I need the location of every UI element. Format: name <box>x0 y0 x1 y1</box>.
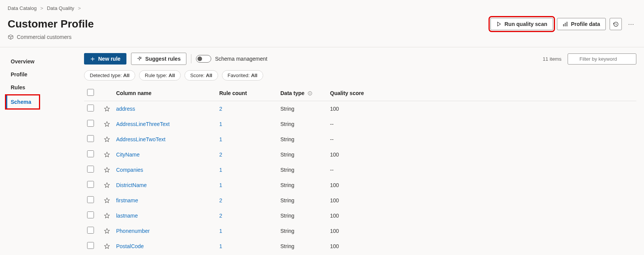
favorite-star-icon[interactable] <box>104 121 110 127</box>
row-checkbox[interactable] <box>87 227 94 234</box>
rule-count-link[interactable]: 2 <box>219 152 222 158</box>
suggest-rules-button[interactable]: Suggest rules <box>131 53 186 65</box>
data-type-cell: String <box>277 101 327 116</box>
rule-count-link[interactable]: 1 <box>219 136 222 142</box>
row-checkbox[interactable] <box>87 181 94 188</box>
column-name-link[interactable]: AddressLineTwoText <box>116 136 165 142</box>
favorite-star-icon[interactable] <box>104 182 110 188</box>
quality-score-cell: -- <box>327 162 636 178</box>
history-button[interactable] <box>610 18 622 30</box>
table-row: CityName2String100 <box>84 147 636 162</box>
sidebar-item-profile[interactable]: Profile <box>6 68 84 81</box>
column-name-link[interactable]: Phonenumber <box>116 228 150 234</box>
rule-count-link[interactable]: 1 <box>219 121 222 127</box>
new-rule-button[interactable]: New rule <box>84 53 126 65</box>
pill-score[interactable]: Score: All <box>184 70 218 81</box>
quality-score-cell: -- <box>327 116 636 132</box>
data-type-label: Data type <box>280 90 304 96</box>
pill-detected-type[interactable]: Detected type: All <box>84 70 135 81</box>
row-checkbox[interactable] <box>87 120 94 127</box>
table-row: AddressLineThreeText1String-- <box>84 116 636 132</box>
svg-rect-0 <box>563 24 564 26</box>
row-checkbox[interactable] <box>87 242 94 249</box>
row-checkbox[interactable] <box>87 150 94 157</box>
pill-favorited[interactable]: Favorited: All <box>222 70 263 81</box>
sidebar-item-rules[interactable]: Rules <box>6 81 84 94</box>
favorite-star-icon[interactable] <box>104 167 110 173</box>
rule-count-link[interactable]: 1 <box>219 228 222 234</box>
column-name-link[interactable]: CityName <box>116 152 139 158</box>
rule-count-link[interactable]: 1 <box>219 182 222 188</box>
schema-table: Column name Rule count Data type Quality… <box>84 85 636 254</box>
header-column-name[interactable]: Column name <box>113 85 216 101</box>
column-name-link[interactable]: Companies <box>116 167 143 173</box>
rule-count-link[interactable]: 2 <box>219 106 222 112</box>
sidebar-item-overview[interactable]: Overview <box>6 55 84 68</box>
favorite-star-icon[interactable] <box>104 243 110 249</box>
favorite-star-icon[interactable] <box>104 152 110 158</box>
pill-label: Detected type: <box>90 73 122 78</box>
column-name-link[interactable]: address <box>116 106 135 112</box>
rule-count-link[interactable]: 1 <box>219 243 222 249</box>
quality-score-cell: 100 <box>327 239 636 254</box>
table-row: address2String100 <box>84 101 636 116</box>
column-name-link[interactable]: PostalCode <box>116 243 144 249</box>
sidebar-item-schema[interactable]: Schema <box>6 95 36 108</box>
table-row: Companies1String-- <box>84 162 636 178</box>
row-checkbox[interactable] <box>87 135 94 142</box>
rule-count-link[interactable]: 2 <box>219 197 222 203</box>
page-title: Customer Profile <box>8 18 94 30</box>
page-subtitle: Commercial customers <box>0 30 644 47</box>
header-star-cell <box>101 85 113 101</box>
favorite-star-icon[interactable] <box>104 106 110 112</box>
breadcrumb-link-1[interactable]: Data Quality <box>47 5 74 11</box>
profile-data-label: Profile data <box>571 21 600 27</box>
row-checkbox[interactable] <box>87 196 94 203</box>
rule-count-link[interactable]: 2 <box>219 213 222 219</box>
row-checkbox[interactable] <box>87 166 94 173</box>
row-checkbox[interactable] <box>87 211 94 218</box>
column-name-link[interactable]: lastname <box>116 213 138 219</box>
schema-management-toggle[interactable] <box>196 55 211 63</box>
quality-score-cell: 100 <box>327 223 636 239</box>
quality-score-cell: 100 <box>327 101 636 116</box>
package-icon <box>8 34 14 40</box>
favorite-star-icon[interactable] <box>104 213 110 219</box>
pill-value: All <box>123 73 129 78</box>
filter-input[interactable] <box>568 53 636 65</box>
filter-pills: Detected type: All Rule type: All Score:… <box>84 70 636 85</box>
column-name-link[interactable]: AddressLineThreeText <box>116 121 170 127</box>
pill-value: All <box>168 73 175 78</box>
header-actions: Run quality scan Profile data ⋯ <box>490 18 636 30</box>
favorite-star-icon[interactable] <box>104 197 110 203</box>
table-row: AddressLineTwoText1String-- <box>84 132 636 147</box>
data-type-cell: String <box>277 239 327 254</box>
more-actions-button[interactable]: ⋯ <box>626 18 636 30</box>
history-icon <box>613 21 619 27</box>
row-checkbox[interactable] <box>87 105 94 111</box>
sidebar: Overview Profile Rules Schema <box>0 53 84 254</box>
info-icon[interactable] <box>307 91 312 96</box>
favorite-star-icon[interactable] <box>104 136 110 142</box>
header-quality-score[interactable]: Quality score <box>327 85 636 101</box>
rule-count-link[interactable]: 1 <box>219 167 222 173</box>
header-rule-count[interactable]: Rule count <box>216 85 277 101</box>
column-name-link[interactable]: DistrictName <box>116 182 147 188</box>
header-data-type[interactable]: Data type <box>277 85 327 101</box>
subtitle-text: Commercial customers <box>17 34 71 40</box>
play-icon <box>496 21 502 27</box>
profile-data-button[interactable]: Profile data <box>557 18 606 30</box>
svg-rect-1 <box>565 23 566 26</box>
breadcrumb-separator: > <box>38 5 46 11</box>
data-type-cell: String <box>277 178 327 193</box>
breadcrumb-link-0[interactable]: Data Catalog <box>8 5 37 11</box>
select-all-checkbox[interactable] <box>87 89 94 96</box>
favorite-star-icon[interactable] <box>104 228 110 234</box>
plus-icon <box>90 56 95 61</box>
column-name-link[interactable]: firstname <box>116 197 138 203</box>
data-type-cell: String <box>277 132 327 147</box>
pill-label: Favorited: <box>228 73 250 78</box>
run-quality-scan-button[interactable]: Run quality scan <box>490 18 553 30</box>
pill-label: Rule type: <box>145 73 167 78</box>
pill-rule-type[interactable]: Rule type: All <box>139 70 181 81</box>
